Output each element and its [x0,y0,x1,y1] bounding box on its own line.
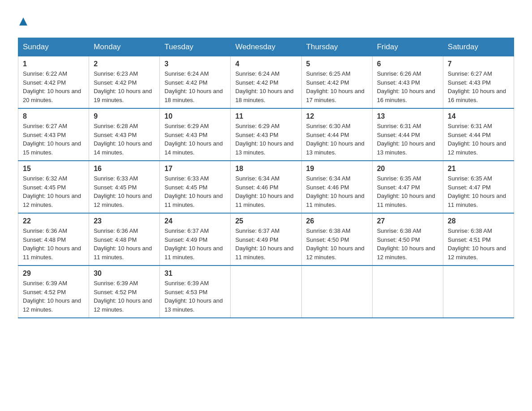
day-number: 12 [306,112,368,120]
calendar-cell: 9Sunrise: 6:28 AMSunset: 4:43 PMDaylight… [89,108,160,161]
calendar-week-row: 8Sunrise: 6:27 AMSunset: 4:43 PMDaylight… [18,108,514,161]
weekday-header-sunday: Sunday [18,38,89,56]
day-number: 24 [164,217,226,225]
calendar-cell: 12Sunrise: 6:30 AMSunset: 4:44 PMDayligh… [301,108,372,161]
calendar-week-row: 29Sunrise: 6:39 AMSunset: 4:52 PMDayligh… [18,265,514,318]
svg-marker-0 [19,17,27,26]
calendar-cell: 30Sunrise: 6:39 AMSunset: 4:52 PMDayligh… [89,265,160,318]
weekday-header-saturday: Saturday [443,38,514,56]
day-number: 14 [448,112,509,120]
day-info: Sunrise: 6:24 AMSunset: 4:42 PMDaylight:… [235,69,296,104]
calendar-cell: 18Sunrise: 6:34 AMSunset: 4:46 PMDayligh… [231,161,301,213]
day-number: 10 [164,112,226,120]
calendar-cell [372,265,443,318]
day-info: Sunrise: 6:39 AMSunset: 4:52 PMDaylight:… [23,279,84,314]
day-info: Sunrise: 6:38 AMSunset: 4:50 PMDaylight:… [306,227,368,261]
calendar-cell: 11Sunrise: 6:29 AMSunset: 4:43 PMDayligh… [231,108,301,161]
day-info: Sunrise: 6:38 AMSunset: 4:51 PMDaylight:… [448,227,509,261]
day-number: 26 [306,217,368,225]
calendar-cell: 27Sunrise: 6:38 AMSunset: 4:50 PMDayligh… [372,213,443,265]
day-number: 22 [23,217,84,225]
day-info: Sunrise: 6:31 AMSunset: 4:44 PMDaylight:… [448,122,509,157]
day-number: 9 [94,112,155,120]
calendar-week-row: 22Sunrise: 6:36 AMSunset: 4:48 PMDayligh… [18,213,514,265]
day-number: 23 [94,217,155,225]
calendar-week-row: 15Sunrise: 6:32 AMSunset: 4:45 PMDayligh… [18,161,514,213]
day-info: Sunrise: 6:36 AMSunset: 4:48 PMDaylight:… [23,227,84,261]
calendar-cell: 23Sunrise: 6:36 AMSunset: 4:48 PMDayligh… [89,213,160,265]
day-info: Sunrise: 6:37 AMSunset: 4:49 PMDaylight:… [164,227,226,261]
calendar-cell: 8Sunrise: 6:27 AMSunset: 4:43 PMDaylight… [18,108,89,161]
calendar-cell [443,265,514,318]
day-info: Sunrise: 6:24 AMSunset: 4:42 PMDaylight:… [164,69,226,104]
calendar-cell: 2Sunrise: 6:23 AMSunset: 4:42 PMDaylight… [89,56,160,109]
weekday-header-monday: Monday [89,38,160,56]
calendar-cell: 19Sunrise: 6:34 AMSunset: 4:46 PMDayligh… [301,161,372,213]
calendar-cell: 10Sunrise: 6:29 AMSunset: 4:43 PMDayligh… [160,108,231,161]
day-number: 30 [94,270,155,278]
calendar-cell: 25Sunrise: 6:37 AMSunset: 4:49 PMDayligh… [231,213,301,265]
calendar-cell: 4Sunrise: 6:24 AMSunset: 4:42 PMDaylight… [231,56,301,109]
calendar-table: SundayMondayTuesdayWednesdayThursdayFrid… [18,38,514,318]
day-info: Sunrise: 6:31 AMSunset: 4:44 PMDaylight:… [377,122,438,157]
calendar-cell: 29Sunrise: 6:39 AMSunset: 4:52 PMDayligh… [18,265,89,318]
day-number: 13 [377,112,438,120]
day-info: Sunrise: 6:22 AMSunset: 4:42 PMDaylight:… [23,69,84,104]
day-number: 18 [235,165,296,173]
day-number: 1 [23,60,84,68]
day-info: Sunrise: 6:35 AMSunset: 4:47 PMDaylight:… [448,174,509,209]
day-info: Sunrise: 6:35 AMSunset: 4:47 PMDaylight:… [377,174,438,209]
day-number: 31 [164,270,226,278]
day-info: Sunrise: 6:34 AMSunset: 4:46 PMDaylight:… [306,174,368,209]
weekday-header-thursday: Thursday [301,38,372,56]
weekday-header-wednesday: Wednesday [231,38,301,56]
day-number: 19 [306,165,368,173]
day-info: Sunrise: 6:28 AMSunset: 4:43 PMDaylight:… [94,122,155,157]
day-info: Sunrise: 6:33 AMSunset: 4:45 PMDaylight:… [94,174,155,209]
logo-triangle-icon [18,13,28,28]
day-number: 6 [377,60,438,68]
calendar-cell: 7Sunrise: 6:27 AMSunset: 4:43 PMDaylight… [443,56,514,109]
calendar-cell [301,265,372,318]
day-number: 28 [448,217,509,225]
calendar-cell: 14Sunrise: 6:31 AMSunset: 4:44 PMDayligh… [443,108,514,161]
day-info: Sunrise: 6:36 AMSunset: 4:48 PMDaylight:… [94,227,155,261]
calendar-cell: 5Sunrise: 6:25 AMSunset: 4:42 PMDaylight… [301,56,372,109]
day-number: 11 [235,112,296,120]
day-number: 17 [164,165,226,173]
day-number: 4 [235,60,296,68]
calendar-body: 1Sunrise: 6:22 AMSunset: 4:42 PMDaylight… [18,56,514,318]
weekday-header-tuesday: Tuesday [160,38,231,56]
day-number: 7 [448,60,509,68]
day-number: 27 [377,217,438,225]
day-info: Sunrise: 6:29 AMSunset: 4:43 PMDaylight:… [164,122,226,157]
day-info: Sunrise: 6:30 AMSunset: 4:44 PMDaylight:… [306,122,368,157]
calendar-cell: 13Sunrise: 6:31 AMSunset: 4:44 PMDayligh… [372,108,443,161]
day-info: Sunrise: 6:25 AMSunset: 4:42 PMDaylight:… [306,69,368,104]
weekday-header-friday: Friday [372,38,443,56]
day-number: 5 [306,60,368,68]
calendar-cell: 17Sunrise: 6:33 AMSunset: 4:45 PMDayligh… [160,161,231,213]
calendar-cell: 3Sunrise: 6:24 AMSunset: 4:42 PMDaylight… [160,56,231,109]
calendar-cell: 22Sunrise: 6:36 AMSunset: 4:48 PMDayligh… [18,213,89,265]
calendar-week-row: 1Sunrise: 6:22 AMSunset: 4:42 PMDaylight… [18,56,514,109]
day-info: Sunrise: 6:23 AMSunset: 4:42 PMDaylight:… [94,69,155,104]
calendar-cell: 28Sunrise: 6:38 AMSunset: 4:51 PMDayligh… [443,213,514,265]
day-info: Sunrise: 6:37 AMSunset: 4:49 PMDaylight:… [235,227,296,261]
logo [18,13,29,29]
day-number: 20 [377,165,438,173]
calendar-header-row: SundayMondayTuesdayWednesdayThursdayFrid… [18,38,514,56]
day-number: 8 [23,112,84,120]
calendar-cell: 31Sunrise: 6:39 AMSunset: 4:53 PMDayligh… [160,265,231,318]
calendar-cell: 6Sunrise: 6:26 AMSunset: 4:43 PMDaylight… [372,56,443,109]
day-info: Sunrise: 6:27 AMSunset: 4:43 PMDaylight:… [448,69,509,104]
calendar-cell: 1Sunrise: 6:22 AMSunset: 4:42 PMDaylight… [18,56,89,109]
calendar-cell [231,265,301,318]
calendar-cell: 20Sunrise: 6:35 AMSunset: 4:47 PMDayligh… [372,161,443,213]
day-number: 3 [164,60,226,68]
day-number: 16 [94,165,155,173]
day-number: 21 [448,165,509,173]
day-info: Sunrise: 6:39 AMSunset: 4:52 PMDaylight:… [94,279,155,314]
day-info: Sunrise: 6:29 AMSunset: 4:43 PMDaylight:… [235,122,296,157]
day-info: Sunrise: 6:27 AMSunset: 4:43 PMDaylight:… [23,122,84,157]
